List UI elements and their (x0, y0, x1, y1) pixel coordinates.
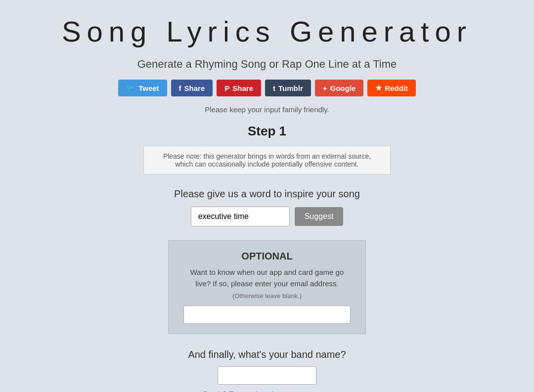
facebook-icon: f (179, 84, 181, 92)
tumblr-icon: t (273, 84, 275, 92)
optional-note: (Otherwise leave blank.) (183, 292, 351, 300)
word-input[interactable] (191, 207, 290, 226)
family-friendly-notice: Please keep your input family friendly. (205, 105, 329, 114)
tumblr-label: Tumblr (278, 84, 303, 92)
twitter-icon: 🐦 (126, 84, 135, 92)
band-name-label: And finally, what's your band name? (188, 349, 346, 360)
tweet-button[interactable]: 🐦 Tweet (118, 80, 167, 96)
band-name-input[interactable] (218, 366, 316, 385)
note-text: Please note: this generator brings in wo… (163, 152, 371, 168)
facebook-label: Share (184, 84, 205, 92)
optional-section: OPTIONAL Want to know when our app and c… (168, 240, 366, 334)
google-button[interactable]: + Google (315, 80, 363, 96)
facebook-share-button[interactable]: f Share (171, 80, 213, 96)
subtitle: Generate a Rhyming Song or Rap One Line … (137, 58, 397, 71)
step-title: Step 1 (248, 124, 286, 139)
pinterest-icon: P (224, 84, 229, 92)
reddit-icon: ★ (375, 84, 382, 92)
pinterest-share-button[interactable]: P Share (217, 80, 261, 96)
reddit-button[interactable]: ★ Reddit (367, 80, 416, 96)
note-box: Please note: this generator brings in wo… (143, 146, 391, 174)
optional-text: Want to know when our app and card game … (183, 267, 351, 289)
optional-title: OPTIONAL (183, 251, 351, 262)
pinterest-label: Share (232, 84, 253, 92)
page-title: Song Lyrics Generator (62, 15, 472, 48)
inspire-label: Please give us a word to inspire your so… (174, 188, 360, 200)
reddit-label: Reddit (385, 84, 408, 92)
google-icon: + (323, 84, 327, 92)
tumblr-button[interactable]: t Tumblr (265, 80, 311, 96)
tweet-label: Tweet (138, 84, 159, 92)
social-buttons-row: 🐦 Tweet f Share P Share t Tumblr + Googl… (118, 80, 416, 96)
word-input-row: Suggest (191, 207, 344, 226)
google-label: Google (330, 84, 356, 92)
suggest-button[interactable]: Suggest (295, 207, 344, 226)
email-input[interactable] (183, 305, 351, 324)
